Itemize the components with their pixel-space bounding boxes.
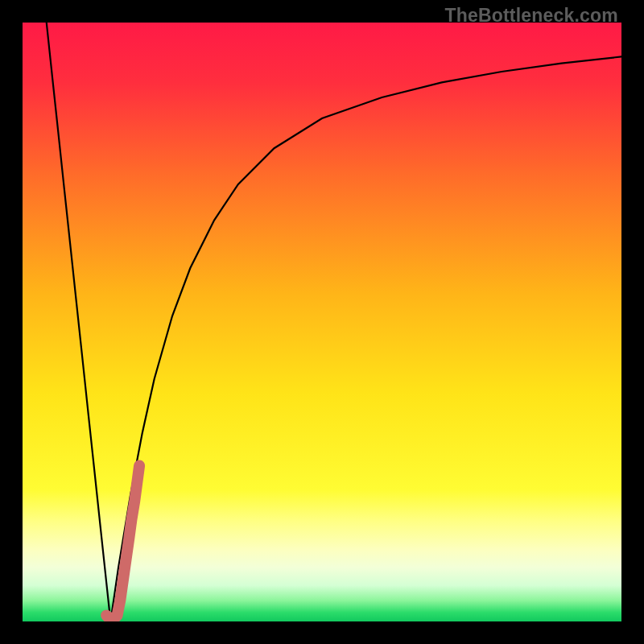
gradient-background — [23, 23, 621, 621]
chart-frame: TheBottleneck.com — [0, 0, 644, 644]
chart-svg — [23, 23, 621, 621]
plot-area — [23, 23, 621, 621]
